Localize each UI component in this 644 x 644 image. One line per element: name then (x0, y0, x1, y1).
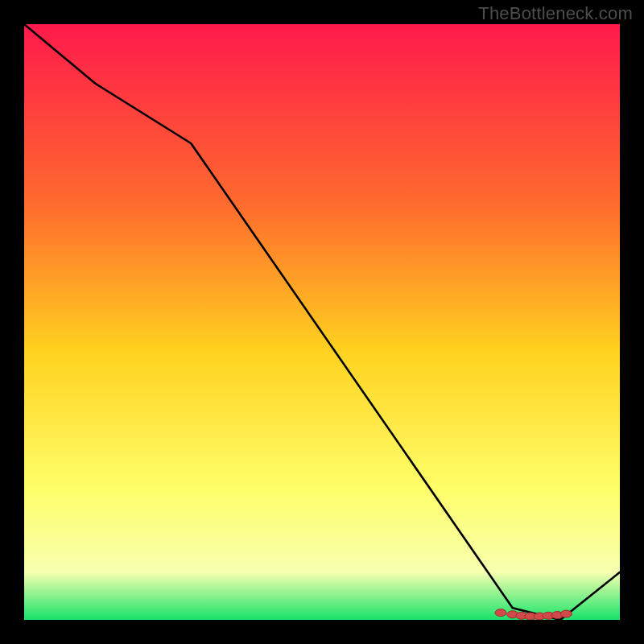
curve-line (24, 24, 620, 620)
watermark-label: TheBottleneck.com (478, 3, 633, 24)
data-overlay (24, 24, 620, 620)
chart-frame: TheBottleneck.com (0, 0, 644, 644)
marker-point (495, 609, 506, 617)
plot-area (24, 24, 620, 620)
marker-point (560, 610, 572, 617)
marker-cluster (495, 609, 572, 620)
